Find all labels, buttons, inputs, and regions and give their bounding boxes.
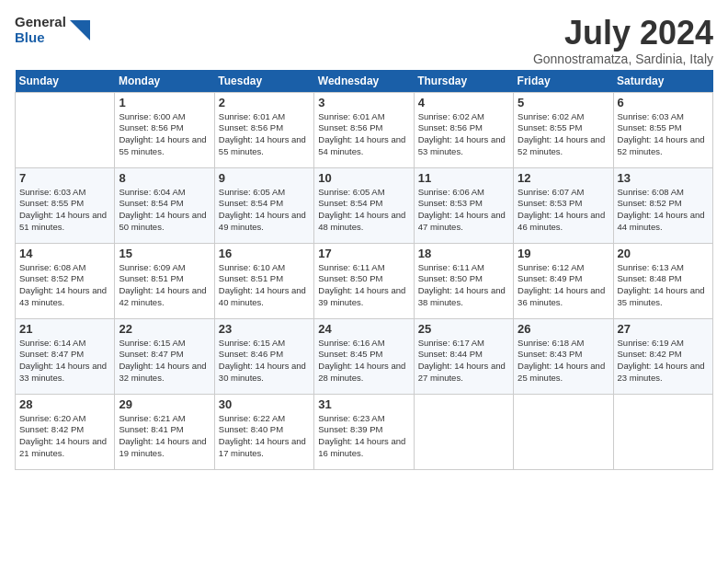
main-title: July 2024 — [533, 15, 713, 52]
day-sunset: Sunset: 8:50 PM — [318, 273, 409, 285]
day-daylight: Daylight: 14 hours and 50 minutes. — [119, 210, 210, 234]
day-number: 12 — [518, 171, 609, 185]
day-number: 8 — [119, 171, 210, 185]
calendar-cell: 25 Sunrise: 6:17 AM Sunset: 8:44 PM Dayl… — [414, 318, 513, 394]
day-sunrise: Sunrise: 6:13 AM — [618, 262, 709, 274]
day-sunset: Sunset: 8:42 PM — [618, 349, 709, 361]
week-row-5: 28 Sunrise: 6:20 AM Sunset: 8:42 PM Dayl… — [16, 394, 713, 469]
calendar-cell: 6 Sunrise: 6:03 AM Sunset: 8:55 PM Dayli… — [613, 92, 712, 167]
calendar-cell: 22 Sunrise: 6:15 AM Sunset: 8:47 PM Dayl… — [115, 318, 214, 394]
day-sunrise: Sunrise: 6:03 AM — [618, 111, 709, 123]
day-sunset: Sunset: 8:52 PM — [618, 198, 709, 210]
day-number: 1 — [119, 96, 210, 109]
day-sunset: Sunset: 8:40 PM — [219, 424, 310, 436]
day-number: 24 — [318, 322, 409, 336]
day-number: 20 — [618, 247, 709, 260]
day-number: 11 — [418, 171, 509, 185]
calendar-cell: 11 Sunrise: 6:06 AM Sunset: 8:53 PM Dayl… — [414, 167, 513, 243]
day-sunset: Sunset: 8:56 PM — [318, 122, 409, 134]
day-sunrise: Sunrise: 6:09 AM — [119, 262, 210, 274]
calendar-cell: 2 Sunrise: 6:01 AM Sunset: 8:56 PM Dayli… — [214, 92, 313, 167]
calendar-cell: 16 Sunrise: 6:10 AM Sunset: 8:51 PM Dayl… — [214, 243, 313, 318]
day-daylight: Daylight: 14 hours and 52 minutes. — [618, 134, 709, 158]
day-sunset: Sunset: 8:44 PM — [418, 349, 509, 361]
logo-blue-text: Blue — [15, 30, 66, 46]
day-sunrise: Sunrise: 6:11 AM — [318, 262, 409, 274]
day-daylight: Daylight: 14 hours and 35 minutes. — [618, 285, 709, 309]
subtitle: Gonnostramatza, Sardinia, Italy — [533, 52, 713, 66]
calendar-cell — [514, 394, 613, 469]
calendar-cell: 7 Sunrise: 6:03 AM Sunset: 8:55 PM Dayli… — [16, 167, 115, 243]
day-daylight: Daylight: 14 hours and 44 minutes. — [618, 210, 709, 234]
day-number: 10 — [318, 171, 409, 185]
day-number: 25 — [418, 322, 509, 336]
day-sunrise: Sunrise: 6:04 AM — [119, 187, 210, 199]
calendar-cell: 20 Sunrise: 6:13 AM Sunset: 8:48 PM Dayl… — [613, 243, 712, 318]
day-number: 31 — [318, 397, 409, 411]
day-sunrise: Sunrise: 6:02 AM — [518, 111, 609, 123]
day-sunset: Sunset: 8:53 PM — [518, 198, 609, 210]
day-number: 6 — [618, 96, 709, 109]
day-sunrise: Sunrise: 6:03 AM — [19, 187, 110, 199]
calendar-cell — [16, 92, 115, 167]
week-row-3: 14 Sunrise: 6:08 AM Sunset: 8:52 PM Dayl… — [16, 243, 713, 318]
day-sunset: Sunset: 8:54 PM — [219, 198, 310, 210]
calendar-cell — [613, 394, 712, 469]
header-tuesday: Tuesday — [214, 70, 313, 93]
day-sunset: Sunset: 8:51 PM — [119, 273, 210, 285]
calendar-cell: 18 Sunrise: 6:11 AM Sunset: 8:50 PM Dayl… — [414, 243, 513, 318]
day-daylight: Daylight: 14 hours and 38 minutes. — [418, 285, 509, 309]
day-daylight: Daylight: 14 hours and 21 minutes. — [19, 436, 110, 460]
day-number: 7 — [19, 171, 110, 185]
day-daylight: Daylight: 14 hours and 32 minutes. — [119, 361, 210, 385]
day-number: 17 — [318, 247, 409, 260]
day-number: 13 — [618, 171, 709, 185]
day-number: 30 — [219, 397, 310, 411]
header-sunday: Sunday — [16, 70, 115, 93]
day-sunset: Sunset: 8:55 PM — [518, 122, 609, 134]
day-sunset: Sunset: 8:51 PM — [219, 273, 310, 285]
logo-arrow-icon — [70, 20, 90, 40]
day-sunrise: Sunrise: 6:12 AM — [518, 262, 609, 274]
calendar-cell: 9 Sunrise: 6:05 AM Sunset: 8:54 PM Dayli… — [214, 167, 313, 243]
header-thursday: Thursday — [414, 70, 513, 93]
week-row-2: 7 Sunrise: 6:03 AM Sunset: 8:55 PM Dayli… — [16, 167, 713, 243]
calendar-cell: 26 Sunrise: 6:18 AM Sunset: 8:43 PM Dayl… — [514, 318, 613, 394]
calendar-cell: 8 Sunrise: 6:04 AM Sunset: 8:54 PM Dayli… — [115, 167, 214, 243]
day-sunrise: Sunrise: 6:20 AM — [19, 413, 110, 425]
day-daylight: Daylight: 14 hours and 48 minutes. — [318, 210, 409, 234]
day-daylight: Daylight: 14 hours and 16 minutes. — [318, 436, 409, 460]
day-sunset: Sunset: 8:56 PM — [418, 122, 509, 134]
day-daylight: Daylight: 14 hours and 42 minutes. — [119, 285, 210, 309]
day-daylight: Daylight: 14 hours and 46 minutes. — [518, 210, 609, 234]
day-number: 2 — [219, 96, 310, 109]
header-friday: Friday — [514, 70, 613, 93]
calendar-table: SundayMondayTuesdayWednesdayThursdayFrid… — [15, 70, 713, 470]
title-block: July 2024 Gonnostramatza, Sardinia, Ital… — [533, 15, 713, 66]
day-daylight: Daylight: 14 hours and 49 minutes. — [219, 210, 310, 234]
day-sunset: Sunset: 8:39 PM — [318, 424, 409, 436]
day-sunrise: Sunrise: 6:02 AM — [418, 111, 509, 123]
calendar-cell: 3 Sunrise: 6:01 AM Sunset: 8:56 PM Dayli… — [314, 92, 414, 167]
day-sunset: Sunset: 8:46 PM — [219, 349, 310, 361]
calendar-cell: 1 Sunrise: 6:00 AM Sunset: 8:56 PM Dayli… — [115, 92, 214, 167]
calendar-cell: 15 Sunrise: 6:09 AM Sunset: 8:51 PM Dayl… — [115, 243, 214, 318]
day-sunrise: Sunrise: 6:22 AM — [219, 413, 310, 425]
day-sunrise: Sunrise: 6:06 AM — [418, 187, 509, 199]
day-sunrise: Sunrise: 6:21 AM — [119, 413, 210, 425]
calendar-cell: 14 Sunrise: 6:08 AM Sunset: 8:52 PM Dayl… — [16, 243, 115, 318]
day-daylight: Daylight: 14 hours and 54 minutes. — [318, 134, 409, 158]
calendar-cell: 12 Sunrise: 6:07 AM Sunset: 8:53 PM Dayl… — [514, 167, 613, 243]
day-daylight: Daylight: 14 hours and 28 minutes. — [318, 361, 409, 385]
day-number: 22 — [119, 322, 210, 336]
calendar-cell: 24 Sunrise: 6:16 AM Sunset: 8:45 PM Dayl… — [314, 318, 414, 394]
day-number: 16 — [219, 247, 310, 260]
day-sunrise: Sunrise: 6:18 AM — [518, 338, 609, 350]
calendar-cell: 17 Sunrise: 6:11 AM Sunset: 8:50 PM Dayl… — [314, 243, 414, 318]
day-sunset: Sunset: 8:55 PM — [19, 198, 110, 210]
day-number: 9 — [219, 171, 310, 185]
calendar-cell: 5 Sunrise: 6:02 AM Sunset: 8:55 PM Dayli… — [514, 92, 613, 167]
day-daylight: Daylight: 14 hours and 33 minutes. — [19, 361, 110, 385]
day-sunset: Sunset: 8:53 PM — [418, 198, 509, 210]
header-saturday: Saturday — [613, 70, 712, 93]
